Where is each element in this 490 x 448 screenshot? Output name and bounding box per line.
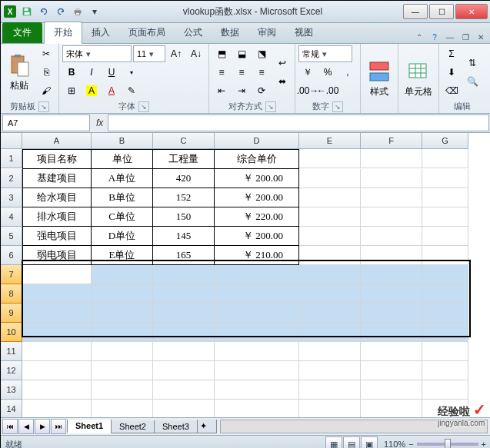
save-icon[interactable] bbox=[19, 4, 35, 19]
prev-sheet-icon[interactable]: ◀ bbox=[18, 419, 34, 434]
sheet-tab-2[interactable]: Sheet2 bbox=[111, 420, 155, 433]
normal-view-icon[interactable]: ▦ bbox=[325, 436, 342, 448]
increase-indent-icon[interactable]: ⇥ bbox=[232, 82, 251, 99]
cell-B10[interactable] bbox=[92, 323, 153, 342]
cell-G10[interactable] bbox=[422, 323, 468, 342]
alignment-launcher-icon[interactable]: ↘ bbox=[265, 101, 276, 112]
zoom-thumb[interactable] bbox=[445, 439, 451, 448]
decrease-decimal-icon[interactable]: ←.00 bbox=[318, 82, 337, 99]
cell-G12[interactable] bbox=[422, 361, 468, 380]
cell-F9[interactable] bbox=[361, 304, 422, 323]
cell-C9[interactable] bbox=[153, 304, 215, 323]
mdi-restore-icon[interactable]: ❐ bbox=[458, 31, 472, 43]
fill-color-icon[interactable]: A bbox=[82, 82, 101, 99]
cell-F6[interactable] bbox=[361, 246, 422, 265]
decrease-font-icon[interactable]: A↓ bbox=[187, 45, 205, 62]
row-header-12[interactable]: 12 bbox=[1, 361, 22, 380]
minimize-ribbon-icon[interactable]: ⌃ bbox=[412, 31, 426, 43]
cell-C11[interactable] bbox=[153, 342, 215, 361]
cell-F10[interactable] bbox=[361, 323, 422, 342]
styles-button[interactable]: 样式 bbox=[364, 58, 395, 100]
cell-A14[interactable] bbox=[22, 400, 92, 417]
col-header-G[interactable]: G bbox=[422, 133, 468, 149]
cell-E13[interactable] bbox=[299, 380, 361, 400]
percent-icon[interactable]: % bbox=[318, 64, 337, 81]
borders-icon[interactable]: ⊞ bbox=[62, 82, 81, 99]
font-underline-more-icon[interactable]: ▾ bbox=[122, 64, 141, 81]
decrease-indent-icon[interactable]: ⇤ bbox=[212, 82, 231, 99]
cells-button[interactable]: 单元格 bbox=[402, 58, 435, 100]
fill-icon[interactable]: ⬇ bbox=[442, 64, 461, 81]
minimize-button[interactable]: — bbox=[403, 4, 428, 19]
clear-icon[interactable]: ⌫ bbox=[442, 82, 461, 99]
cell-G6[interactable] bbox=[422, 246, 468, 265]
underline-button[interactable]: U bbox=[102, 64, 121, 81]
zoom-out-icon[interactable]: − bbox=[408, 440, 413, 448]
redo-icon[interactable] bbox=[53, 4, 68, 19]
col-header-A[interactable]: A bbox=[22, 133, 92, 149]
cell-A1[interactable]: 项目名称 bbox=[22, 149, 92, 169]
row-header-6[interactable]: 6 bbox=[1, 246, 22, 265]
cell-B14[interactable] bbox=[92, 400, 153, 417]
row-header-9[interactable]: 9 bbox=[1, 304, 22, 323]
cell-G13[interactable] bbox=[422, 380, 468, 400]
formula-bar[interactable] bbox=[108, 114, 489, 131]
cell-G1[interactable] bbox=[422, 149, 468, 168]
mdi-close-icon[interactable]: ✕ bbox=[474, 31, 488, 43]
cell-D12[interactable] bbox=[215, 361, 299, 380]
close-button[interactable]: ✕ bbox=[455, 4, 488, 19]
cell-F14[interactable] bbox=[361, 400, 422, 417]
cell-grid[interactable]: ABCDEFG1项目名称单位工程量综合单价2基建项目A单位420￥ 200.00… bbox=[1, 133, 490, 417]
cell-D9[interactable] bbox=[215, 304, 299, 323]
page-layout-view-icon[interactable]: ▤ bbox=[343, 436, 360, 448]
cell-F4[interactable] bbox=[361, 207, 422, 227]
paste-button[interactable]: 粘贴 bbox=[4, 51, 35, 94]
last-sheet-icon[interactable]: ⏭ bbox=[51, 419, 66, 434]
cell-D1[interactable]: 综合单价 bbox=[215, 149, 299, 169]
tab-formulas[interactable]: 公式 bbox=[175, 22, 212, 43]
orientation-icon[interactable]: ⟳ bbox=[252, 82, 271, 99]
row-header-7[interactable]: 7 bbox=[1, 265, 22, 284]
cell-C2[interactable]: 420 bbox=[153, 169, 215, 188]
first-sheet-icon[interactable]: ⏮ bbox=[2, 419, 18, 434]
zoom-level[interactable]: 110% bbox=[384, 440, 405, 448]
cell-B6[interactable]: E单位 bbox=[92, 246, 153, 265]
print-icon[interactable] bbox=[70, 4, 85, 19]
tab-data[interactable]: 数据 bbox=[212, 22, 248, 43]
mdi-minimize-icon[interactable]: — bbox=[443, 31, 457, 43]
cell-A8[interactable] bbox=[22, 284, 92, 304]
cell-D8[interactable] bbox=[215, 284, 299, 304]
cell-A2[interactable]: 基建项目 bbox=[22, 169, 92, 188]
col-header-F[interactable]: F bbox=[361, 133, 422, 149]
col-header-E[interactable]: E bbox=[299, 133, 361, 149]
cell-E1[interactable] bbox=[299, 149, 361, 168]
find-select-icon[interactable]: 🔍 bbox=[463, 73, 482, 90]
page-break-view-icon[interactable]: ▣ bbox=[361, 436, 378, 448]
cell-F13[interactable] bbox=[361, 380, 422, 400]
cell-G4[interactable] bbox=[422, 207, 468, 227]
cell-E4[interactable] bbox=[299, 207, 361, 227]
cell-D13[interactable] bbox=[215, 380, 299, 400]
row-header-14[interactable]: 14 bbox=[1, 400, 22, 417]
cell-D6[interactable]: ￥ 210.00 bbox=[215, 246, 299, 265]
cell-C14[interactable] bbox=[153, 400, 215, 417]
row-header-4[interactable]: 4 bbox=[1, 207, 22, 227]
cell-C3[interactable]: 152 bbox=[153, 188, 215, 207]
cell-A12[interactable] bbox=[22, 361, 92, 380]
row-header-3[interactable]: 3 bbox=[1, 188, 22, 207]
col-header-B[interactable]: B bbox=[92, 133, 153, 149]
next-sheet-icon[interactable]: ▶ bbox=[35, 419, 50, 434]
cell-B9[interactable] bbox=[92, 304, 153, 323]
new-sheet-icon[interactable]: ✦ bbox=[197, 420, 217, 433]
cut-icon[interactable]: ✂ bbox=[37, 45, 55, 62]
zoom-in-icon[interactable]: + bbox=[482, 440, 486, 448]
font-color-icon[interactable]: A bbox=[102, 82, 121, 99]
tab-page-layout[interactable]: 页面布局 bbox=[119, 22, 175, 43]
cell-B8[interactable] bbox=[92, 284, 153, 304]
cell-G5[interactable] bbox=[422, 227, 468, 246]
cell-F3[interactable] bbox=[361, 188, 422, 207]
select-all-corner[interactable] bbox=[1, 133, 22, 149]
cell-B3[interactable]: B单位 bbox=[92, 188, 153, 207]
row-header-1[interactable]: 1 bbox=[1, 149, 22, 168]
cell-E3[interactable] bbox=[299, 188, 361, 207]
